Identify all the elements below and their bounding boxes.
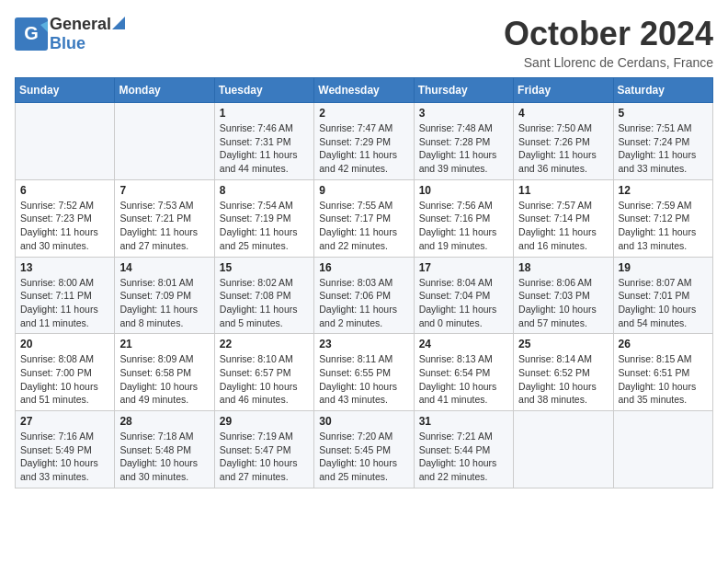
calendar-day-cell: 23Sunrise: 8:11 AMSunset: 6:55 PMDayligh… [314, 334, 414, 411]
day-number: 15 [220, 261, 309, 274]
sunrise-text: Sunrise: 8:15 AM [619, 352, 708, 366]
sunset-text: Sunset: 5:49 PM [20, 443, 109, 457]
calendar-day-cell [613, 411, 712, 488]
daylight-text: Daylight: 10 hours and 43 minutes. [319, 380, 408, 407]
day-number: 1 [220, 107, 309, 120]
daylight-text: Daylight: 11 hours and 44 minutes. [220, 148, 309, 175]
daylight-text: Daylight: 11 hours and 8 minutes. [119, 303, 209, 329]
calendar-day-cell: 26Sunrise: 8:15 AMSunset: 6:51 PMDayligh… [613, 334, 712, 411]
calendar-day-cell: 7Sunrise: 7:53 AMSunset: 7:21 PMDaylight… [115, 179, 214, 257]
day-info: Sunrise: 7:21 AMSunset: 5:44 PMDaylight:… [419, 430, 508, 484]
day-info: Sunrise: 7:19 AMSunset: 5:47 PMDaylight:… [220, 430, 309, 484]
calendar-day-cell: 29Sunrise: 7:19 AMSunset: 5:47 PMDayligh… [214, 411, 313, 488]
day-info: Sunrise: 8:09 AMSunset: 6:58 PMDaylight:… [119, 352, 209, 407]
day-info: Sunrise: 7:59 AMSunset: 7:12 PMDaylight:… [619, 199, 708, 253]
sunrise-text: Sunrise: 7:56 AM [419, 199, 508, 213]
day-info: Sunrise: 8:03 AMSunset: 7:06 PMDaylight:… [319, 276, 408, 330]
day-info: Sunrise: 8:01 AMSunset: 7:09 PMDaylight:… [119, 276, 209, 330]
daylight-text: Daylight: 10 hours and 25 minutes. [319, 456, 408, 483]
calendar-day-cell: 3Sunrise: 7:48 AMSunset: 7:28 PMDaylight… [414, 103, 513, 180]
daylight-text: Daylight: 10 hours and 54 minutes. [619, 303, 708, 329]
day-number: 29 [220, 415, 309, 428]
sunrise-text: Sunrise: 7:21 AM [419, 430, 508, 443]
sunset-text: Sunset: 7:08 PM [220, 289, 309, 303]
calendar-day-cell: 2Sunrise: 7:47 AMSunset: 7:29 PMDaylight… [314, 103, 414, 180]
sunrise-text: Sunrise: 8:13 AM [419, 352, 508, 366]
day-number: 12 [619, 184, 708, 197]
day-info: Sunrise: 8:07 AMSunset: 7:01 PMDaylight:… [619, 276, 708, 330]
month-title: October 2024 [504, 15, 713, 53]
daylight-text: Daylight: 11 hours and 0 minutes. [419, 303, 508, 329]
daylight-text: Daylight: 10 hours and 51 minutes. [20, 380, 109, 407]
day-of-week-header: Saturday [613, 78, 712, 103]
day-number: 9 [319, 184, 408, 197]
calendar-day-cell [16, 103, 115, 180]
sunrise-text: Sunrise: 7:50 AM [518, 121, 608, 135]
calendar-day-cell: 15Sunrise: 8:02 AMSunset: 7:08 PMDayligh… [214, 257, 313, 334]
calendar-day-cell: 6Sunrise: 7:52 AMSunset: 7:23 PMDaylight… [16, 179, 115, 257]
sunset-text: Sunset: 6:52 PM [518, 366, 608, 380]
sunset-text: Sunset: 7:23 PM [20, 212, 109, 225]
day-number: 27 [20, 415, 109, 428]
calendar-week-row: 20Sunrise: 8:08 AMSunset: 7:00 PMDayligh… [16, 334, 713, 411]
calendar-day-cell: 20Sunrise: 8:08 AMSunset: 7:00 PMDayligh… [16, 334, 115, 411]
sunset-text: Sunset: 6:57 PM [220, 366, 309, 380]
logo-triangle-icon [112, 17, 125, 29]
sunset-text: Sunset: 7:28 PM [419, 135, 508, 149]
sunrise-text: Sunrise: 7:47 AM [319, 121, 408, 135]
day-number: 22 [220, 338, 309, 350]
calendar-day-cell: 10Sunrise: 7:56 AMSunset: 7:16 PMDayligh… [414, 179, 513, 257]
daylight-text: Daylight: 11 hours and 30 minutes. [20, 225, 109, 252]
day-number: 26 [619, 338, 708, 350]
calendar-day-cell: 21Sunrise: 8:09 AMSunset: 6:58 PMDayligh… [115, 334, 214, 411]
day-number: 18 [518, 261, 608, 274]
day-number: 10 [419, 184, 508, 197]
sunrise-text: Sunrise: 8:08 AM [20, 352, 109, 366]
daylight-text: Daylight: 10 hours and 49 minutes. [119, 380, 209, 407]
calendar-day-cell: 22Sunrise: 8:10 AMSunset: 6:57 PMDayligh… [214, 334, 313, 411]
calendar-day-cell: 11Sunrise: 7:57 AMSunset: 7:14 PMDayligh… [514, 179, 613, 257]
sunrise-text: Sunrise: 7:46 AM [220, 121, 309, 135]
sunrise-text: Sunrise: 7:54 AM [220, 199, 309, 213]
sunset-text: Sunset: 7:03 PM [518, 289, 608, 303]
day-number: 13 [20, 261, 109, 274]
daylight-text: Daylight: 11 hours and 25 minutes. [220, 225, 309, 252]
day-number: 31 [419, 415, 508, 428]
day-info: Sunrise: 8:11 AMSunset: 6:55 PMDaylight:… [319, 352, 408, 407]
day-number: 6 [20, 184, 109, 197]
sunrise-text: Sunrise: 7:53 AM [119, 199, 209, 213]
calendar-day-cell: 13Sunrise: 8:00 AMSunset: 7:11 PMDayligh… [16, 257, 115, 334]
day-info: Sunrise: 7:50 AMSunset: 7:26 PMDaylight:… [518, 121, 608, 176]
sunset-text: Sunset: 7:16 PM [419, 212, 508, 225]
daylight-text: Daylight: 11 hours and 2 minutes. [319, 303, 408, 329]
sunrise-text: Sunrise: 7:51 AM [619, 121, 708, 135]
day-number: 4 [518, 107, 608, 120]
sunrise-text: Sunrise: 7:20 AM [319, 430, 408, 443]
sunset-text: Sunset: 7:21 PM [119, 212, 209, 225]
sunrise-text: Sunrise: 8:04 AM [419, 276, 508, 290]
day-number: 20 [20, 338, 109, 350]
day-number: 21 [119, 338, 209, 350]
sunrise-text: Sunrise: 7:55 AM [319, 199, 408, 213]
daylight-text: Daylight: 11 hours and 11 minutes. [20, 303, 109, 329]
logo-blue-text: Blue [50, 34, 85, 52]
daylight-text: Daylight: 11 hours and 36 minutes. [518, 148, 608, 175]
daylight-text: Daylight: 10 hours and 27 minutes. [220, 456, 309, 483]
calendar-day-cell: 28Sunrise: 7:18 AMSunset: 5:48 PMDayligh… [115, 411, 214, 488]
calendar-header-row: SundayMondayTuesdayWednesdayThursdayFrid… [16, 78, 713, 103]
day-number: 7 [119, 184, 209, 197]
sunset-text: Sunset: 6:54 PM [419, 366, 508, 380]
daylight-text: Daylight: 10 hours and 41 minutes. [419, 380, 508, 407]
day-info: Sunrise: 7:51 AMSunset: 7:24 PMDaylight:… [619, 121, 708, 176]
sunrise-text: Sunrise: 7:18 AM [119, 430, 209, 443]
day-number: 17 [419, 261, 508, 274]
sunset-text: Sunset: 6:51 PM [619, 366, 708, 380]
day-info: Sunrise: 7:53 AMSunset: 7:21 PMDaylight:… [119, 199, 209, 253]
day-info: Sunrise: 7:20 AMSunset: 5:45 PMDaylight:… [319, 430, 408, 484]
calendar-day-cell [115, 103, 214, 180]
day-info: Sunrise: 8:14 AMSunset: 6:52 PMDaylight:… [518, 352, 608, 407]
day-number: 14 [119, 261, 209, 274]
sunset-text: Sunset: 5:48 PM [119, 443, 209, 457]
calendar-day-cell: 18Sunrise: 8:06 AMSunset: 7:03 PMDayligh… [514, 257, 613, 334]
calendar-day-cell: 16Sunrise: 8:03 AMSunset: 7:06 PMDayligh… [314, 257, 414, 334]
